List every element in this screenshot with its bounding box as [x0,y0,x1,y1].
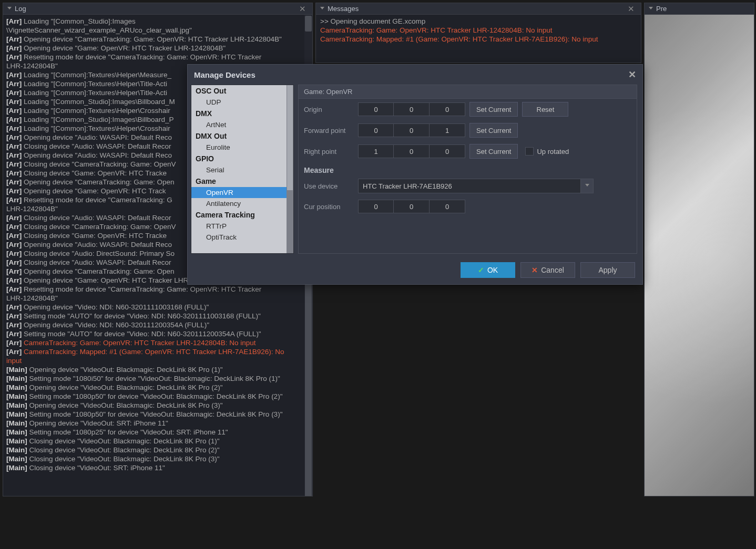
right-y-input[interactable] [394,144,430,158]
log-line: [Arr] Opening device "Video: NDI: N60-32… [6,320,309,329]
log-line: [Main] Closing device "VideoOut: Blackma… [6,437,309,446]
tree-category: DMX Out [191,130,293,142]
device-tree[interactable]: OSC OutUDPDMXArtNetDMX OutEuroliteGPIOSe… [191,85,294,254]
message-line: >> Opening document GE.xcomp [320,17,637,26]
log-line: [Arr] CameraTracking: Game: OpenVR: HTC … [6,338,309,347]
origin-x-input[interactable] [358,102,394,116]
tree-category: Game [191,175,293,187]
right-z-input[interactable] [430,144,465,158]
scroll-thumb[interactable] [305,282,312,496]
close-icon[interactable]: ✕ [628,69,636,80]
log-line: input [6,356,309,365]
x-icon: ✕ [532,266,538,274]
tree-category: Camera Tracking [191,209,293,221]
origin-z-input[interactable] [430,102,465,116]
dropdown-icon[interactable] [320,7,324,11]
log-line: [Main] Setting mode "1080i50" for device… [6,374,309,383]
cur-position-label: Cur position [304,203,354,211]
tree-category: DMX [191,108,293,119]
tree-item[interactable]: Serial [191,164,293,175]
log-line: [Main] Opening device "VideoOut: SRT: iP… [6,419,309,428]
cancel-button[interactable]: ✕Cancel [520,262,575,278]
log-line: [Main] Opening device "VideoOut: Blackma… [6,365,309,374]
messages-content: >> Opening document GE.xcompCameraTracki… [316,15,641,63]
dialog-titlebar[interactable]: Manage Devices ✕ [188,65,642,85]
manage-devices-dialog: Manage Devices ✕ OSC OutUDPDMXArtNetDMX … [187,64,643,285]
device-properties: Game: OpenVR Origin Set Current Reset Fo… [298,85,637,254]
cur-pos-z [430,200,465,213]
message-line: CameraTracking: Game: OpenVR: HTC Tracke… [320,26,637,35]
log-line: [Arr] Resetting mode for device "CameraT… [6,285,309,294]
preview-panel: Pre [644,3,754,496]
props-header: Game: OpenVR [299,85,637,99]
log-title: Log [15,5,26,13]
close-icon[interactable]: ✕ [297,4,308,14]
log-line: [Main] Closing device "VideoOut: SRT: iP… [6,463,309,472]
reset-button[interactable]: Reset [522,102,568,117]
scroll-thumb[interactable] [305,16,312,32]
log-line: [Main] Closing device "VideoOut: Blackma… [6,446,309,454]
dropdown-icon[interactable] [649,7,653,11]
tree-item[interactable]: UDP [191,97,293,108]
right-x-input[interactable] [358,144,394,158]
origin-y-input[interactable] [394,102,430,116]
right-set-current-button[interactable]: Set Current [469,144,518,159]
preview-title: Pre [656,5,667,13]
log-line: [Main] Setting mode "1080p50" for device… [6,392,309,401]
use-device-select[interactable] [358,179,581,193]
log-line: [Arr] Opening device "Video: NDI: N60-32… [6,303,309,312]
dropdown-icon[interactable] [7,7,12,11]
tree-item[interactable]: OptiTrack [191,232,293,243]
log-line: \VignetteScanner_wizard_example_ARUco_cl… [6,26,309,35]
messages-header: Messages ✕ [316,3,641,15]
measure-section: Measure [299,162,637,175]
log-line: [Arr] Opening device "Game: OpenVR: HTC … [6,44,309,53]
forward-set-current-button[interactable]: Set Current [469,123,518,138]
tree-item[interactable]: RTTrP [191,221,293,232]
log-line: [Arr] Opening device "CameraTracking: Ga… [6,35,309,44]
cur-pos-x [358,200,394,213]
forward-y-input[interactable] [394,123,430,137]
tree-category: OSC Out [191,85,293,97]
tree-item[interactable]: Eurolite [191,142,293,153]
right-label: Right point [304,148,354,156]
up-rotated-checkbox[interactable] [525,147,534,156]
forward-x-input[interactable] [358,123,394,137]
log-line: [Main] Setting mode "1080p25" for device… [6,428,309,437]
cur-pos-y [394,200,430,213]
preview-header: Pre [645,3,754,15]
messages-title: Messages [328,5,359,13]
log-line: [Main] Setting mode "1080p50" for device… [6,410,309,419]
close-icon[interactable]: ✕ [626,4,637,14]
up-rotated-label: Up rotated [537,148,569,156]
origin-set-current-button[interactable]: Set Current [469,102,518,117]
forward-label: Forward point [304,127,354,134]
scrollbar[interactable] [287,85,293,253]
log-header: Log ✕ [3,3,312,15]
tree-item[interactable]: ArtNet [191,119,293,130]
log-line: [Arr] Loading "[Common_Studio]:Images [6,17,309,26]
log-line: [Main] Closing device "VideoOut: Blackma… [6,454,309,463]
log-line: [Arr] Setting mode "AUTO" for device "Vi… [6,312,309,320]
log-line: [Main] Opening device "VideoOut: Blackma… [6,401,309,410]
tree-category: GPIO [191,153,293,164]
ok-button[interactable]: ✓OK [461,262,515,278]
origin-label: Origin [304,106,354,113]
dropdown-icon[interactable] [581,179,594,193]
message-line: CameraTracking: Mapped: #1 (Game: OpenVR… [320,35,637,44]
forward-z-input[interactable] [430,123,465,137]
tree-item[interactable]: OpenVR [191,187,293,198]
check-icon: ✓ [478,266,484,274]
log-line: [Arr] Setting mode "AUTO" for device "Vi… [6,329,309,338]
dialog-title: Manage Devices [194,70,256,79]
log-line: [Arr] CameraTracking: Mapped: #1 (Game: … [6,347,309,356]
use-device-label: Use device [304,182,354,190]
preview-image [645,15,754,496]
messages-panel: Messages ✕ >> Opening document GE.xcompC… [315,3,641,63]
log-line: LHR-1242804B" [6,294,309,303]
log-line: [Arr] Resetting mode for device "CameraT… [6,53,309,61]
log-line: [Main] Opening device "VideoOut: Blackma… [6,383,309,392]
tree-item[interactable]: Antilatency [191,198,293,209]
apply-button[interactable]: Apply [580,262,635,278]
scroll-thumb[interactable] [287,85,293,190]
